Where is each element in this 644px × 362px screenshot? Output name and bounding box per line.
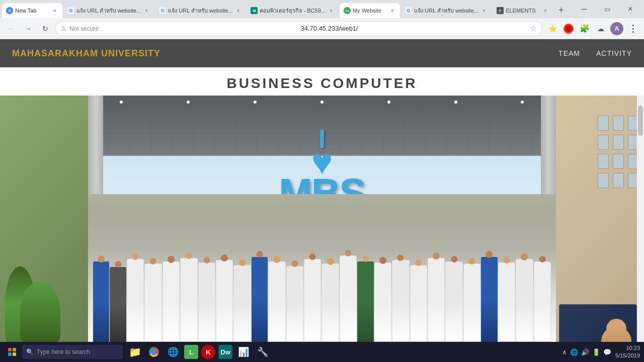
tray-network-icon[interactable]: 🌐: [570, 348, 578, 356]
taskbar-app-2[interactable]: 🔧: [255, 344, 271, 360]
tab-favicon-elements: E: [497, 7, 504, 14]
browser-toolbar: ← → ↻ ⚠ Not secure 34.70.45.233/web1/ ☆ …: [0, 18, 644, 39]
tray-battery-icon[interactable]: 🔋: [592, 348, 600, 356]
tray-notification-icon[interactable]: 💬: [603, 348, 611, 356]
tab-close-1[interactable]: ×: [143, 7, 150, 14]
window-pane-5: [613, 135, 624, 150]
window-pane-11: [613, 173, 624, 188]
tab-new-tab[interactable]: ⊞ New Tab ×: [2, 3, 62, 18]
taskbar-chrome[interactable]: [146, 344, 162, 360]
profile-avatar: A: [610, 22, 623, 35]
bookmark-button[interactable]: ⭐: [545, 22, 559, 36]
opera-logo: [564, 24, 574, 34]
address-bar[interactable]: ⚠ Not secure 34.70.45.233/web1/ ☆: [55, 21, 542, 36]
person-25: [516, 259, 533, 342]
search-magnifier-icon: 🔍: [26, 348, 34, 355]
people-row: [88, 227, 556, 342]
taskbar-line[interactable]: L: [184, 345, 198, 359]
light-7: [521, 101, 524, 104]
tab-url-2[interactable]: G แจ้ง URL สำหรับ website... ×: [155, 3, 246, 18]
taskbar-antivirus[interactable]: K: [201, 345, 215, 359]
tab-mywebsite[interactable]: W My Website ×: [340, 3, 400, 18]
browser-window: ⊞ New Tab × G แจ้ง URL สำหรับ website...…: [0, 0, 644, 362]
hero-image-container: I ♥ MBS: [0, 96, 644, 342]
person-17: [374, 262, 391, 342]
windows-start-button[interactable]: [4, 344, 20, 360]
taskbar-date-display: 5/15/2019: [615, 352, 640, 359]
tab-label-meet: คอมพิวเตอร์ธุรกิจ - BC59...: [260, 6, 325, 15]
tab-favicon-2: G: [159, 7, 166, 14]
tab-close-2[interactable]: ×: [234, 7, 242, 14]
ceiling-lights: [88, 101, 556, 104]
tab-label-1: แจ้ง URL สำหรับ website...: [76, 6, 141, 15]
maximize-button[interactable]: ▭: [596, 0, 619, 18]
window-grid: [598, 116, 639, 188]
address-text: 34.70.45.233/web1/: [301, 25, 527, 32]
bookmark-star-icon[interactable]: ☆: [530, 24, 537, 33]
toolbar-right-icons: ⭐ 🧩 ☁ A ⋮: [545, 22, 640, 36]
profile-button[interactable]: A: [610, 22, 624, 36]
person-10: [252, 257, 268, 342]
page-title-area: BUSINESS COMPUTER: [0, 67, 644, 92]
tab-close-mywebsite[interactable]: ×: [389, 7, 396, 14]
menu-button[interactable]: ⋮: [626, 22, 640, 36]
person-5: [163, 261, 180, 342]
taskbar-time-display: 10:23: [615, 344, 640, 352]
tab-close-meet[interactable]: ×: [328, 7, 335, 14]
person-21: [445, 261, 462, 342]
tab-favicon-1: G: [67, 7, 74, 14]
person-15: [340, 255, 357, 342]
taskbar-search-placeholder: Type here to search: [37, 348, 90, 355]
tab-url-1[interactable]: G แจ้ง URL สำหรับ website... ×: [63, 3, 154, 18]
tab-elements[interactable]: E ELEMENTS ×: [493, 3, 553, 18]
person-4: [144, 263, 162, 342]
taskbar-search-box[interactable]: 🔍 Type here to search: [22, 345, 123, 359]
back-button[interactable]: ←: [4, 22, 18, 36]
taskbar-dreamweaver[interactable]: Dw: [218, 345, 232, 359]
cloud-sync-icon[interactable]: ☁: [594, 22, 608, 36]
tab-close-3[interactable]: ×: [480, 7, 488, 14]
window-pane-2: [613, 116, 624, 131]
taskbar-clock[interactable]: 10:23 5/15/2019: [615, 344, 640, 360]
tab-close-new[interactable]: ×: [51, 7, 58, 14]
taskbar-edge[interactable]: 🌐: [165, 344, 181, 360]
opera-icon[interactable]: [561, 22, 576, 36]
person-2: [110, 267, 126, 342]
tray-icon-group: ∧ 🌐 🔊 🔋 💬: [562, 348, 611, 356]
light-4: [320, 101, 324, 104]
new-tab-favicon: ⊞: [6, 7, 13, 14]
tray-volume-icon[interactable]: 🔊: [581, 348, 589, 356]
person-1: [93, 261, 109, 342]
hero-image-bg: I ♥ MBS: [0, 96, 644, 342]
person-7: [198, 262, 215, 342]
tab-url-3[interactable]: G แจ้ง URL สำหรับ website... ×: [401, 3, 492, 18]
address-prefix: Not secure: [69, 25, 296, 32]
light-1: [120, 101, 123, 104]
tab-bar: ⊞ New Tab × G แจ้ง URL สำหรับ website...…: [0, 0, 644, 18]
building-left: [0, 96, 88, 342]
person-14: [321, 263, 339, 342]
taskbar-explorer[interactable]: 📁: [127, 344, 143, 360]
page-scrollbar[interactable]: [637, 96, 644, 342]
person-9: [233, 265, 251, 342]
nav-activity[interactable]: ACTIVITY: [596, 49, 632, 57]
taskbar-pinned-apps: 📁 🌐 L K Dw 📊 🔧: [127, 344, 271, 360]
tab-close-elements[interactable]: ×: [542, 7, 549, 14]
person-3: [127, 259, 144, 342]
minimize-button[interactable]: ─: [573, 0, 596, 18]
nav-team[interactable]: TEAM: [558, 49, 580, 57]
win-logo-yellow: [13, 352, 16, 356]
close-button[interactable]: ×: [619, 0, 642, 18]
tab-meet[interactable]: M คอมพิวเตอร์ธุรกิจ - BC59... ×: [247, 3, 338, 18]
reload-button[interactable]: ↻: [38, 22, 52, 36]
window-pane-1: [598, 116, 609, 131]
forward-button[interactable]: →: [21, 22, 35, 36]
window-controls: ─ ▭ ×: [573, 0, 642, 18]
person-18: [392, 260, 409, 342]
tray-up-arrow[interactable]: ∧: [562, 348, 567, 356]
scrollbar-thumb[interactable]: [638, 106, 643, 136]
win-logo-green: [13, 348, 16, 351]
taskbar-app-1[interactable]: 📊: [235, 344, 252, 360]
new-tab-button[interactable]: +: [554, 3, 568, 17]
extensions-button[interactable]: 🧩: [578, 22, 592, 36]
